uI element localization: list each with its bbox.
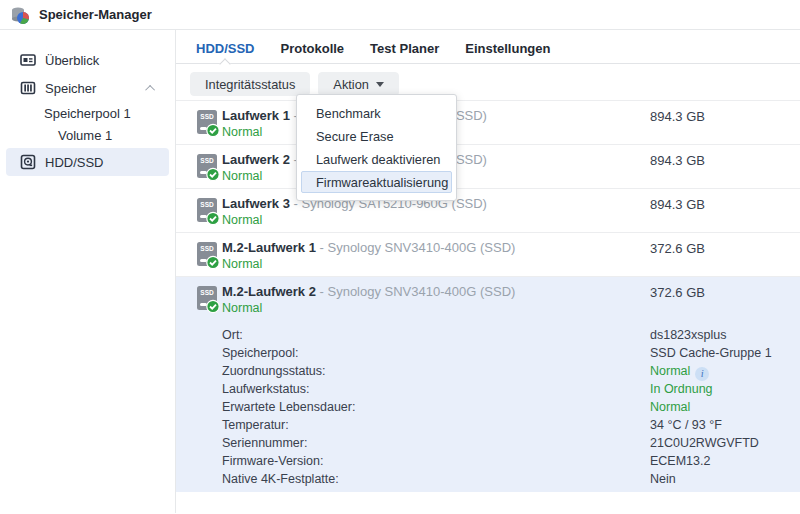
- drive-name: Laufwerk 2: [222, 152, 290, 167]
- sidebar-item-storage[interactable]: Speicher: [6, 74, 169, 102]
- svg-text:SSD: SSD: [200, 157, 214, 164]
- drive-name: Laufwerk 3: [222, 196, 290, 211]
- disk-icon: [20, 154, 36, 170]
- drive-row-m2-laufwerk-1[interactable]: SSD M.2-Laufwerk 1 - Synology SNV3410-40…: [176, 232, 800, 276]
- menu-item-benchmark[interactable]: Benchmark: [301, 102, 452, 124]
- sidebar-item-volume-1[interactable]: Volume 1: [6, 124, 169, 146]
- app-header: Speicher-Manager: [0, 0, 800, 30]
- drive-model: - Synology SNV3410-400G (SSD): [316, 240, 515, 255]
- tab-bar: HDD/SSD Protokolle Test Planer Einstellu…: [176, 38, 800, 64]
- detail-label: Firmware-Version:: [222, 454, 323, 468]
- detail-label: Ort:: [222, 328, 243, 342]
- detail-value: ds1823xsplus: [650, 326, 726, 344]
- sidebar-item-label: Speicher: [45, 81, 96, 96]
- ssd-drive-icon: SSD: [196, 109, 220, 139]
- ssd-drive-icon: SSD: [196, 197, 220, 227]
- sidebar-item-label: Speicherpool 1: [44, 106, 131, 121]
- app-title: Speicher-Manager: [39, 7, 152, 22]
- tab-einstellungen[interactable]: Einstellungen: [465, 38, 550, 63]
- drive-list: SSD Laufwerk 1 - Synology SAT5210-960G (…: [176, 100, 800, 492]
- action-dropdown-menu: Benchmark Secure Erase Laufwerk deaktivi…: [296, 94, 457, 201]
- health-status-label: Integritätsstatus: [205, 77, 295, 92]
- svg-text:SSD: SSD: [200, 201, 214, 208]
- detail-row-seriennummer: Seriennummer: 21C0U2RWGVFTD: [222, 434, 800, 452]
- drive-status: Normal: [222, 257, 262, 271]
- selected-drive-block: SSD M.2-Laufwerk 2 - Synology SNV3410-40…: [176, 276, 800, 492]
- detail-value: Normal: [650, 364, 690, 378]
- detail-row-lebensdauer: Erwartete Lebensdauer: Normal: [222, 398, 800, 416]
- detail-value: Nein: [650, 470, 676, 488]
- detail-label: Laufwerkstatus:: [222, 382, 310, 396]
- drive-status: Normal: [222, 301, 262, 315]
- storage-manager-app-icon: [10, 5, 30, 25]
- drive-status: Normal: [222, 125, 262, 139]
- detail-value: Normal: [650, 398, 690, 416]
- sidebar-item-overview[interactable]: Überblick: [6, 46, 169, 74]
- main-panel: HDD/SSD Protokolle Test Planer Einstellu…: [176, 30, 800, 513]
- storage-icon: [20, 80, 36, 96]
- ssd-drive-icon: SSD: [196, 241, 220, 271]
- detail-label: Zuordnungsstatus:: [222, 364, 326, 378]
- drive-size: 894.3 GB: [650, 153, 705, 168]
- drive-details: Ort: ds1823xsplus Speicherpool: SSD Cach…: [176, 320, 800, 492]
- sidebar-item-label: Überblick: [45, 53, 99, 68]
- menu-item-firmware-update[interactable]: Firmwareaktualisierung: [301, 171, 452, 193]
- detail-label: Native 4K-Festplatte:: [222, 472, 339, 486]
- menu-item-deactivate-drive[interactable]: Laufwerk deaktivieren: [301, 148, 452, 170]
- drive-name: M.2-Laufwerk 1: [222, 240, 316, 255]
- svg-text:SSD: SSD: [200, 289, 214, 296]
- sidebar-item-label: HDD/SSD: [45, 155, 104, 170]
- detail-row-zuordnungsstatus: Zuordnungsstatus: Normal: [222, 362, 800, 380]
- drive-status: Normal: [222, 169, 262, 183]
- detail-value: ECEM13.2: [650, 452, 710, 470]
- detail-row-temperatur: Temperatur: 34 °C / 93 °F: [222, 416, 800, 434]
- detail-label: Seriennummer:: [222, 436, 307, 450]
- drive-row-laufwerk-1[interactable]: SSD Laufwerk 1 - Synology SAT5210-960G (…: [176, 100, 800, 144]
- detail-row-firmware-version: Firmware-Version: ECEM13.2: [222, 452, 800, 470]
- sidebar-item-hdd-ssd[interactable]: HDD/SSD: [6, 148, 169, 176]
- caret-down-icon: [376, 82, 384, 87]
- drive-size: 894.3 GB: [650, 109, 705, 124]
- drive-status: Normal: [222, 213, 262, 227]
- info-icon[interactable]: [695, 367, 709, 381]
- drive-name: Laufwerk 1: [222, 108, 290, 123]
- detail-label: Temperatur:: [222, 418, 289, 432]
- detail-row-laufwerkstatus: Laufwerkstatus: In Ordnung: [222, 380, 800, 398]
- menu-item-secure-erase[interactable]: Secure Erase: [301, 125, 452, 147]
- detail-row-native-4k: Native 4K-Festplatte: Nein: [222, 470, 800, 488]
- drive-row-m2-laufwerk-2[interactable]: SSD M.2-Laufwerk 2 - Synology SNV3410-40…: [176, 276, 800, 320]
- detail-row-speicherpool: Speicherpool: SSD Cache-Gruppe 1: [222, 344, 800, 362]
- drive-name: M.2-Laufwerk 2: [222, 284, 316, 299]
- detail-label: Speicherpool:: [222, 346, 298, 360]
- action-button[interactable]: Aktion: [318, 72, 399, 96]
- drive-model: - Synology SNV3410-400G (SSD): [316, 284, 515, 299]
- drive-size: 894.3 GB: [650, 197, 705, 212]
- sidebar-item-storagepool-1[interactable]: Speicherpool 1: [6, 102, 169, 124]
- tab-test-planer[interactable]: Test Planer: [370, 38, 439, 63]
- action-label: Aktion: [333, 77, 369, 92]
- chevron-up-icon[interactable]: [145, 84, 155, 94]
- svg-text:SSD: SSD: [200, 113, 214, 120]
- detail-value: In Ordnung: [650, 380, 713, 398]
- toolbar: Integritätsstatus Aktion: [190, 72, 800, 96]
- ssd-drive-icon: SSD: [196, 153, 220, 183]
- detail-value: 34 °C / 93 °F: [650, 416, 722, 434]
- drive-size: 372.6 GB: [650, 285, 705, 300]
- sidebar: Überblick Speicher Speicherpool 1 Volume…: [0, 30, 176, 513]
- detail-value: SSD Cache-Gruppe 1: [650, 344, 772, 362]
- sidebar-item-label: Volume 1: [58, 128, 112, 143]
- ssd-drive-icon: SSD: [196, 285, 220, 315]
- tab-protokolle[interactable]: Protokolle: [281, 38, 345, 63]
- drive-row-laufwerk-3[interactable]: SSD Laufwerk 3 - Synology SAT5210-960G (…: [176, 188, 800, 232]
- detail-row-ort: Ort: ds1823xsplus: [222, 326, 800, 344]
- detail-value: 21C0U2RWGVFTD: [650, 434, 759, 452]
- drive-size: 372.6 GB: [650, 241, 705, 256]
- overview-icon: [20, 52, 36, 68]
- drive-row-laufwerk-2[interactable]: SSD Laufwerk 2 - Synology SAT5210-960G (…: [176, 144, 800, 188]
- detail-label: Erwartete Lebensdauer:: [222, 400, 355, 414]
- svg-text:SSD: SSD: [200, 245, 214, 252]
- health-status-button[interactable]: Integritätsstatus: [190, 72, 310, 96]
